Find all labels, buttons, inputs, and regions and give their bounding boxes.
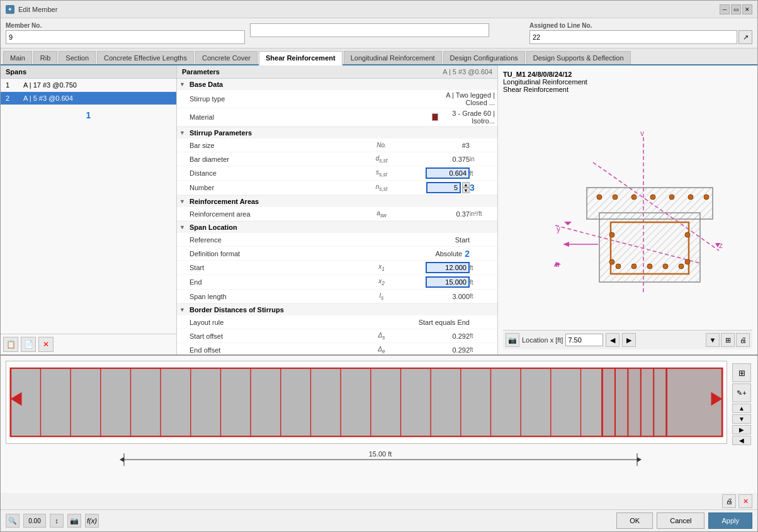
layout-rule-label: Layout rule [190,319,356,326]
annotation-3: 3 [470,183,475,193]
section-stirrup-params-header[interactable]: ▼ Stirrup Parameters [177,127,497,139]
number-spin-down[interactable]: ▼ [462,188,470,193]
edit-tool-btn[interactable]: ✎+ [732,383,751,402]
tab-section[interactable]: Section [59,51,96,64]
right-tool-btn[interactable]: ▶ [732,425,751,434]
add-span-btn[interactable]: 📋 [3,337,18,352]
section-base-data: ▼ Base Data Stirrup type A | Two legged … [177,79,497,127]
svg-rect-58 [602,368,723,436]
location-prev-btn[interactable]: ◀ [606,333,619,347]
search-icon-btn[interactable]: 🔍 [6,514,20,528]
material-value: 3 - Grade 60 | Isotro... [432,110,495,125]
row-reinf-area: Reinforcement area asw 0.37 in²/ft [177,207,497,221]
section-border-distances-header[interactable]: ▼ Border Distances of Stirrups [177,304,497,315]
camera-icon-btn[interactable]: 📷 [506,333,519,347]
apply-button[interactable]: Apply [708,512,752,529]
tab-longitudinal-reinforcement[interactable]: Longitudinal Reinforcement [344,51,442,64]
number-spin-up[interactable]: ▲ [462,182,470,188]
middle-field-group [250,22,489,44]
assigned-line-input[interactable] [529,30,737,44]
copy-span-btn[interactable]: 📄 [21,337,36,352]
title-bar: ✦ Edit Member ─ ▭ ✕ [1,1,757,18]
svg-point-26 [609,232,614,237]
assigned-line-btn[interactable]: ↗ [738,30,752,44]
distance-input[interactable] [426,167,470,179]
span-item-1[interactable]: 1 A | 17 #3 @0.750 [1,79,176,92]
span-length-symbol: ls [356,292,407,301]
bar-diameter-unit: in [470,156,495,162]
def-format-label: Definition format [190,250,356,258]
zero-btn[interactable]: 0.00 [23,514,46,528]
section-reinf-areas-header[interactable]: ▼ Reinforcement Areas [177,196,497,207]
tab-shear-reinforcement[interactable]: Shear Reinforcement [259,51,342,65]
cancel-button[interactable]: Cancel [657,512,704,529]
svg-point-19 [688,195,693,200]
photo-btn[interactable]: 📷 [67,514,81,528]
title-bar-left: ✦ Edit Member [6,5,57,14]
function-btn[interactable]: f(x) [85,514,99,528]
start-input[interactable] [426,262,470,273]
span-length-value: 3.000 [407,293,470,300]
right-canvas: z v u y [503,96,752,330]
reinf-area-symbol: asw [356,210,407,218]
border-distances-title: Border Distances of Stirrups [190,306,284,314]
svg-marker-63 [637,457,642,462]
tab-rib[interactable]: Rib [33,51,58,64]
close-button[interactable]: ✕ [742,4,752,14]
row-end-offset: End offset Δe 0.292 ft [177,343,497,354]
number-spinner[interactable]: ▲ ▼ [462,182,470,193]
number-input[interactable] [426,182,461,193]
bottom-close-btn[interactable]: ✕ [738,494,752,508]
down-tool-btn[interactable]: ▼ [732,414,751,424]
spans-header: Spans [1,65,176,79]
minimize-button[interactable]: ─ [720,4,730,14]
location-input[interactable] [565,334,603,346]
collapse-base-data-icon: ▼ [179,81,187,88]
bar-diameter-label: Bar diameter [190,156,356,163]
svg-rect-11 [599,213,700,282]
svg-text:y: y [557,225,560,234]
material-color-box [432,113,438,121]
delete-span-btn[interactable]: ✕ [38,337,54,352]
grid-btn[interactable]: ⊞ [721,333,735,347]
restore-button[interactable]: ▭ [731,4,741,14]
svg-marker-9 [564,222,572,225]
tab-main[interactable]: Main [3,51,32,64]
ok-button[interactable]: OK [616,512,653,529]
grid-tool-btn[interactable]: ⊞ [732,363,751,382]
svg-rect-12 [587,188,713,219]
up-tool-btn[interactable]: ▲ [732,404,751,413]
reinf-area-value: 0.37 [407,210,470,218]
tab-design-supports-deflection[interactable]: Design Supports & Deflection [526,51,631,64]
span-item-2[interactable]: 2 A | 5 #3 @0.604 [1,92,176,105]
svg-point-14 [597,195,602,200]
distance-unit: ft [470,170,495,177]
bottom-print-btn[interactable]: 🖨 [722,494,736,508]
span-length-label: Span length [190,293,356,300]
svg-point-25 [679,264,684,269]
reference-value: Start [407,236,470,244]
section-span-location-header[interactable]: ▼ Span Location [177,222,497,233]
row-def-format: Definition format Absolute 2 [177,247,497,261]
section-border-distances: ▼ Border Distances of Stirrups Layout ru… [177,304,497,354]
tab-design-configurations[interactable]: Design Configurations [443,51,525,64]
arrows-btn[interactable]: ↕ [50,514,64,528]
start-offset-unit: ft [470,332,495,339]
member-no-group: Member No. [6,22,245,44]
section-base-data-header[interactable]: ▼ Base Data [177,79,497,90]
collapse-border-distances-icon: ▼ [179,307,187,313]
middle-field-input[interactable] [250,23,489,37]
svg-text:15.00 ft: 15.00 ft [369,450,392,458]
layout-rule-value: Start equals End [407,319,470,326]
start-offset-label: Start offset [190,332,356,340]
location-next-btn[interactable]: ▶ [622,333,636,347]
end-input[interactable] [426,276,470,288]
print-btn[interactable]: 🖨 [736,333,750,347]
title-controls: ─ ▭ ✕ [720,4,752,14]
row-stirrup-type: Stirrup type A | Two legged | Closed ... [177,90,497,108]
span-label-2: A | 5 #3 @0.604 [23,94,73,102]
tab-concrete-effective-lengths[interactable]: Concrete Effective Lengths [97,51,194,64]
tab-concrete-cover[interactable]: Concrete Cover [195,51,257,64]
filter-btn[interactable]: ▼ [706,333,720,347]
member-no-input[interactable] [6,30,245,44]
